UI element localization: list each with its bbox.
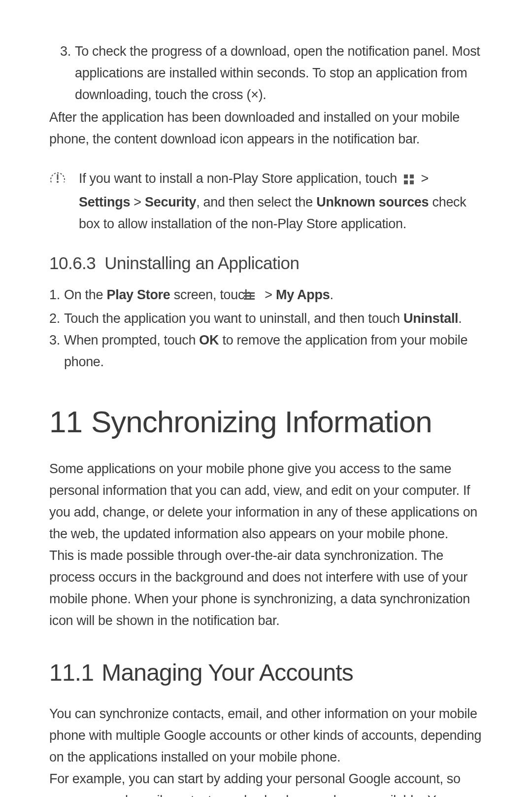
svg-rect-4	[404, 180, 408, 184]
caution-icon	[49, 170, 79, 235]
svg-point-1	[57, 181, 59, 183]
sync-intro-2: This is made possible through over-the-a…	[49, 545, 483, 631]
svg-rect-2	[404, 174, 408, 178]
accounts-p1: You can synchronize contacts, email, and…	[49, 703, 483, 768]
note-block: If you want to install a non-Play Store …	[49, 168, 483, 235]
uninstall-step-2: 2.Touch the application you want to unin…	[64, 308, 483, 329]
page: 3.To check the progress of a download, o…	[0, 0, 532, 797]
after-download-note: After the application has been downloade…	[49, 106, 483, 150]
accounts-p2: For example, you can start by adding you…	[49, 768, 483, 797]
heading-11-1: 11.1Managing Your Accounts	[49, 659, 483, 686]
sync-intro-1: Some applications on your mobile phone g…	[49, 458, 483, 545]
svg-rect-7	[244, 295, 255, 297]
apps-grid-icon	[403, 170, 414, 191]
note-text: If you want to install a non-Play Store …	[79, 168, 483, 235]
uninstall-step-3: 3.When prompted, touch OK to remove the …	[64, 329, 483, 373]
svg-rect-6	[244, 292, 255, 294]
svg-rect-5	[410, 180, 414, 184]
svg-rect-8	[244, 298, 255, 300]
uninstall-step-1: 1.On the Play Store screen, touch > My A…	[64, 284, 483, 308]
uninstall-steps: 1.On the Play Store screen, touch > My A…	[49, 284, 483, 373]
heading-11: 11Synchronizing Information	[49, 404, 483, 439]
heading-10-6-3: 10.6.3Uninstalling an Application	[49, 253, 483, 273]
svg-rect-3	[410, 174, 414, 178]
step-3-download-progress: 3.To check the progress of a download, o…	[75, 40, 483, 105]
svg-rect-0	[57, 174, 59, 180]
